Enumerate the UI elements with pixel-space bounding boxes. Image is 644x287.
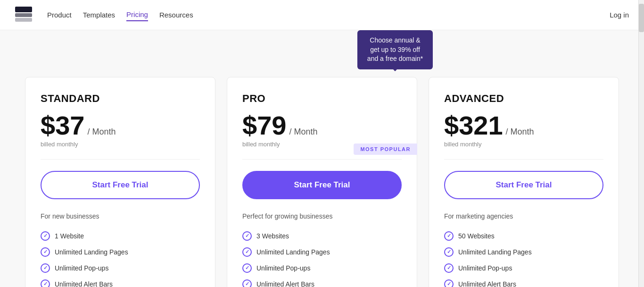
feature-label: Unlimited Alert Bars	[458, 280, 516, 287]
pricing-grid: STANDARD $37 / Month billed monthly Star…	[25, 69, 619, 287]
plan-advanced-price-row: $321 / Month	[444, 112, 603, 139]
svg-rect-0	[15, 7, 32, 12]
plan-advanced-cta[interactable]: Start Free Trial	[444, 171, 603, 199]
plan-standard-cta[interactable]: Start Free Trial	[41, 171, 200, 199]
check-icon	[444, 279, 454, 287]
list-item: Unlimited Landing Pages	[444, 247, 603, 257]
feature-label: Unlimited Landing Pages	[256, 248, 330, 256]
plan-pro-period: / Month	[289, 127, 317, 137]
plan-advanced-billed: billed monthly	[444, 141, 603, 148]
plan-pro-amount: $79	[242, 112, 286, 139]
list-item: Unlimited Landing Pages	[41, 247, 200, 257]
nav-right: Log in	[610, 11, 629, 19]
plan-standard-features: 1 Website Unlimited Landing Pages Unlimi…	[41, 231, 200, 287]
feature-label: Unlimited Alert Bars	[256, 280, 314, 287]
plan-pro: MOST POPULAR PRO $79 / Month billed mont…	[227, 77, 417, 287]
plan-pro-features: 3 Websites Unlimited Landing Pages Unlim…	[242, 231, 402, 287]
list-item: Unlimited Alert Bars	[242, 279, 402, 287]
check-icon	[444, 247, 454, 257]
check-icon	[242, 263, 252, 273]
tooltip-wrapper: Choose annual & get up to 39% off and a …	[15, 30, 629, 69]
nav-product[interactable]: Product	[47, 9, 72, 21]
plan-pro-price-row: $79 / Month	[242, 112, 402, 139]
plan-standard-price-row: $37 / Month	[41, 112, 200, 139]
feature-label: Unlimited Pop-ups	[458, 264, 512, 272]
nav-links: Product Templates Pricing Resources	[47, 8, 193, 21]
check-icon	[41, 279, 50, 287]
plan-standard-target: For new businesses	[41, 212, 200, 220]
feature-label: Unlimited Alert Bars	[55, 280, 113, 287]
plan-standard-billed: billed monthly	[41, 141, 200, 148]
plan-pro-name: PRO	[242, 93, 402, 105]
plan-advanced-features: 50 Websites Unlimited Landing Pages Unli…	[444, 231, 603, 287]
svg-rect-1	[15, 13, 32, 17]
check-icon	[444, 231, 454, 241]
annual-tooltip: Choose annual & get up to 39% off and a …	[357, 30, 433, 69]
plan-advanced-amount: $321	[444, 112, 503, 139]
login-button[interactable]: Log in	[610, 11, 629, 19]
divider-pro	[242, 159, 402, 160]
plan-pro-cta[interactable]: Start Free Trial	[242, 171, 402, 199]
nav-resources[interactable]: Resources	[159, 9, 193, 21]
most-popular-badge: MOST POPULAR	[354, 144, 417, 155]
check-icon	[41, 247, 50, 257]
divider-advanced	[444, 159, 603, 160]
list-item: 1 Website	[41, 231, 200, 241]
plan-standard-amount: $37	[41, 112, 84, 139]
list-item: Unlimited Pop-ups	[444, 263, 603, 273]
check-icon	[242, 247, 252, 257]
plan-standard-name: STANDARD	[41, 93, 200, 105]
nav-pricing[interactable]: Pricing	[126, 8, 148, 21]
feature-label: Unlimited Landing Pages	[55, 248, 128, 256]
divider-standard	[41, 159, 200, 160]
list-item: Unlimited Pop-ups	[242, 263, 402, 273]
feature-label: Unlimited Pop-ups	[256, 264, 310, 272]
list-item: Unlimited Landing Pages	[242, 247, 402, 257]
main-content: Choose annual & get up to 39% off and a …	[0, 30, 644, 287]
feature-label: 3 Websites	[256, 232, 289, 240]
list-item: 3 Websites	[242, 231, 402, 241]
check-icon	[242, 279, 252, 287]
plan-advanced-period: / Month	[506, 127, 534, 137]
plan-standard: STANDARD $37 / Month billed monthly Star…	[25, 77, 215, 287]
plan-standard-period: / Month	[87, 127, 116, 137]
plan-pro-target: Perfect for growing businesses	[242, 212, 402, 220]
check-icon	[41, 231, 50, 241]
plan-advanced: ADVANCED $321 / Month billed monthly Sta…	[429, 77, 619, 287]
tooltip-text: Choose annual & get up to 39% off and a …	[367, 36, 423, 62]
list-item: Unlimited Alert Bars	[41, 279, 200, 287]
plan-advanced-name: ADVANCED	[444, 93, 603, 105]
check-icon	[444, 263, 454, 273]
svg-rect-2	[15, 18, 32, 22]
list-item: Unlimited Pop-ups	[41, 263, 200, 273]
scrollbar-thumb[interactable]	[639, 4, 644, 32]
logo[interactable]	[15, 7, 32, 24]
list-item: Unlimited Alert Bars	[444, 279, 603, 287]
feature-label: Unlimited Pop-ups	[55, 264, 108, 272]
check-icon	[41, 263, 50, 273]
nav-templates[interactable]: Templates	[83, 9, 115, 21]
plan-advanced-target: For marketing agencies	[444, 212, 603, 220]
check-icon	[242, 231, 252, 241]
navigation: Product Templates Pricing Resources Log …	[0, 0, 644, 30]
feature-label: 1 Website	[55, 232, 84, 240]
feature-label: Unlimited Landing Pages	[458, 248, 532, 256]
scrollbar[interactable]	[638, 0, 644, 287]
list-item: 50 Websites	[444, 231, 603, 241]
feature-label: 50 Websites	[458, 232, 495, 240]
